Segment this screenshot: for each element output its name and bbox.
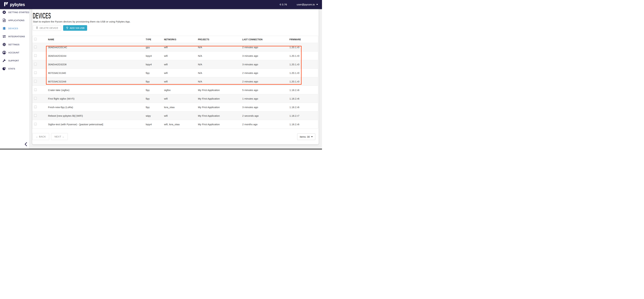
cell-device-name[interactable]: Sigfox-test (with Pysense) - [pastoor pe… <box>48 123 146 126</box>
cell-last-connection: 1 minutes ago <box>242 97 290 100</box>
cell-device-name[interactable]: First flight sigfox (Wi-Fi) <box>48 97 146 100</box>
sidebar-item-getting-started[interactable]: GETTING STARTED <box>0 9 29 16</box>
select-all-checkbox[interactable] <box>34 38 37 40</box>
table-row[interactable]: 30AEA42CEC4C gpy wifi N/A 2 minutes ago … <box>32 43 318 52</box>
cell-device-name[interactable]: Fresh-new-fipy (LoRa) <box>48 106 146 108</box>
cell-firmware: 1.20.1.r0 <box>290 46 318 49</box>
sidebar-item-label: DEVICES <box>8 27 18 30</box>
row-checkbox[interactable] <box>34 71 37 74</box>
cell-device-type: gpy <box>146 46 164 49</box>
cell-device-type: fipy <box>146 106 164 108</box>
sidebar-item-settings[interactable]: SETTINGS <box>0 41 29 48</box>
user-icon <box>2 50 6 54</box>
row-checkbox[interactable] <box>34 114 37 117</box>
table-row[interactable]: 30AEA42D32D8 lopy4 wifi N/A 3 minutes ag… <box>32 60 318 69</box>
add-via-usb-button[interactable]: ADD VIA USB <box>63 25 87 31</box>
row-checkbox-cell <box>32 54 48 58</box>
toolbar: DELETE DEVICE <box>33 25 87 31</box>
table-row[interactable]: Fresh-new-fipy (LoRa) fipy lora_otaa My … <box>32 103 318 112</box>
table-row[interactable]: Crater-lake (sigfox) fipy sigfox My Firs… <box>32 86 318 94</box>
account-menu[interactable]: user@pycom.io <box>297 3 318 6</box>
table-row[interactable]: 807D3AC31340 fipy wifi N/A 2 minutes ago… <box>32 69 318 77</box>
row-checkbox-cell <box>32 80 48 83</box>
balance: € 0.76 <box>280 3 287 6</box>
cell-device-name[interactable]: 807D3AC31340 <box>48 72 146 74</box>
devices-page: DEVICES Start to explore the Pycom devic… <box>32 9 319 144</box>
sidebar: GETTING STARTED APPLICATIONS <box>0 9 30 149</box>
cell-networks: wifi <box>164 114 198 117</box>
cell-firmware: 1.18.2.r6 <box>290 123 318 126</box>
pybytes-logo-icon <box>4 2 8 7</box>
cell-last-connection: 5 minutes ago <box>242 89 290 92</box>
row-checkbox[interactable] <box>34 123 37 126</box>
sidebar-collapse-button[interactable] <box>24 142 28 146</box>
cell-device-type: fipy <box>146 89 164 92</box>
row-checkbox-cell <box>32 71 48 74</box>
wrench-icon <box>2 58 6 62</box>
row-checkbox-cell <box>32 114 48 117</box>
table-row[interactable]: Reboot [new pybytes lib] (WiFi) wipy wif… <box>32 112 318 120</box>
cell-device-type: fipy <box>146 80 164 83</box>
pybytes-app: pybytes € 0.76 user@pycom.io <box>0 0 322 150</box>
cell-device-type: fipy <box>146 97 164 100</box>
row-checkbox[interactable] <box>34 54 37 57</box>
cell-device-name[interactable]: 30AEA42D32D8 <box>48 63 146 66</box>
cell-firmware: 1.20.1.r0 <box>290 72 318 74</box>
sidebar-item-devices[interactable]: DEVICES <box>0 25 29 32</box>
cell-networks: wifi <box>164 72 198 74</box>
row-checkbox[interactable] <box>34 106 37 108</box>
table-row[interactable]: Sigfox-test (with Pysense) - [pastoor pe… <box>32 120 318 128</box>
chevron-down-icon <box>316 4 318 5</box>
cell-device-name[interactable]: 30AEA42D32A4 <box>48 54 146 57</box>
cell-last-connection: 2 minutes ago <box>242 46 290 49</box>
cell-networks: wifi, lora_otaa <box>164 123 198 126</box>
row-checkbox-cell <box>32 63 48 66</box>
cell-firmware: 1.18.2.r6 <box>290 97 318 100</box>
pie-chart-icon <box>2 67 6 71</box>
table-header-row: NAME TYPE NETWORKS PROJECTS LAST CONNECT… <box>32 36 318 43</box>
row-checkbox[interactable] <box>34 63 37 66</box>
table-body: 30AEA42CEC4C gpy wifi N/A 2 minutes ago … <box>32 43 318 128</box>
cell-projects: N/A <box>198 46 242 49</box>
pybytes-logo[interactable]: pybytes <box>4 2 26 7</box>
gear-icon <box>2 42 6 46</box>
table-row[interactable]: 807D3AC322A8 fipy wifi N/A 2 minutes ago… <box>32 77 318 86</box>
row-checkbox[interactable] <box>34 88 37 91</box>
cell-projects: N/A <box>198 63 242 66</box>
table-row[interactable]: First flight sigfox (Wi-Fi) fipy wifi My… <box>32 94 318 103</box>
cell-firmware: 1.20.1.r0 <box>290 63 318 66</box>
sun-burst-icon <box>2 10 6 14</box>
row-checkbox[interactable] <box>34 80 37 82</box>
back-button[interactable]: ← BACK <box>32 133 49 140</box>
row-checkbox-cell <box>32 88 48 92</box>
sidebar-item-support[interactable]: SUPPORT <box>0 58 29 64</box>
items-per-page-label: Items: 30 <box>300 136 310 138</box>
cell-projects: N/A <box>198 72 242 74</box>
row-checkbox[interactable] <box>34 46 37 48</box>
pagination: ← BACK NEXT → <box>32 133 68 140</box>
cell-device-name[interactable]: 30AEA42CEC4C <box>48 46 146 49</box>
sidebar-item-applications[interactable]: APPLICATIONS <box>0 17 29 24</box>
sidebar-item-integrations[interactable]: INTEGRATIONS <box>0 33 29 40</box>
column-header-projects: PROJECTS <box>198 38 242 41</box>
cell-device-type: lopy4 <box>146 63 164 66</box>
cell-device-name[interactable]: 807D3AC322A8 <box>48 80 146 83</box>
cell-device-name[interactable]: Crater-lake (sigfox) <box>48 89 146 92</box>
table-row[interactable]: 30AEA42D32A4 lopy4 wifi N/A 3 minutes ag… <box>32 52 318 60</box>
cell-networks: wifi <box>164 54 198 57</box>
code-document-icon <box>2 18 6 22</box>
topbar-right: € 0.76 user@pycom.io <box>280 3 318 6</box>
add-via-usb-label: ADD VIA USB <box>70 27 84 30</box>
chip-icon <box>2 26 6 30</box>
next-button[interactable]: NEXT → <box>51 133 68 140</box>
sidebar-item-account[interactable]: ACCOUNT <box>0 49 29 56</box>
row-checkbox[interactable] <box>34 97 37 100</box>
items-per-page-dropdown[interactable]: Items: 30 <box>297 134 315 140</box>
cell-projects: N/A <box>198 54 242 57</box>
column-header-name: NAME <box>48 38 146 41</box>
sidebar-item-stats[interactable]: STATS <box>0 66 29 72</box>
delete-device-button[interactable]: DELETE DEVICE <box>33 25 61 31</box>
cell-device-name[interactable]: Reboot [new pybytes lib] (WiFi) <box>48 114 146 117</box>
trash-icon <box>36 26 38 30</box>
cell-last-connection: 2 months ago <box>242 123 290 126</box>
